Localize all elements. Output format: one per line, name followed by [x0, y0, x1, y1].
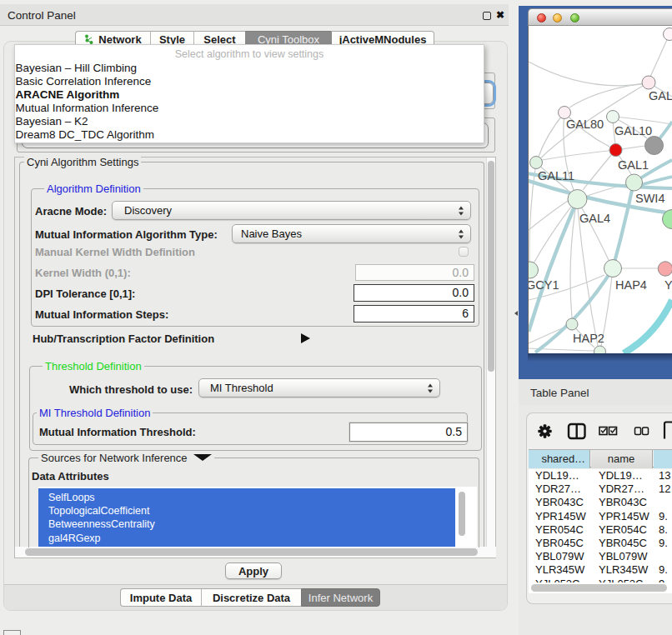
svg-text:Y: Y: [664, 278, 672, 292]
svg-text:SWI4: SWI4: [635, 192, 664, 205]
svg-text:GAL4: GAL4: [579, 212, 610, 225]
svg-text:GAL: GAL: [649, 89, 672, 102]
svg-text:HAP4: HAP4: [615, 278, 647, 292]
svg-text:GAL1: GAL1: [618, 158, 649, 172]
svg-text:GAL10: GAL10: [614, 124, 652, 138]
svg-text:GAL11: GAL11: [538, 169, 574, 182]
svg-text:GAL80: GAL80: [566, 118, 604, 131]
svg-text:HAP2: HAP2: [573, 332, 604, 345]
svg-text:GCY1: GCY1: [529, 278, 559, 292]
